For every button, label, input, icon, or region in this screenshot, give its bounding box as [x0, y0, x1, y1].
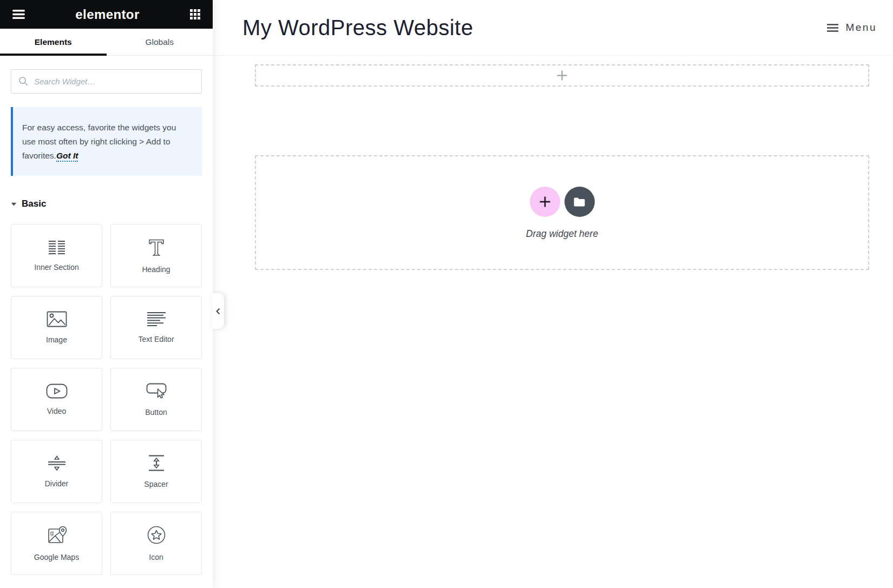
- widget-label: Button: [145, 408, 167, 417]
- spacer-icon: [148, 454, 165, 472]
- divider-icon: [48, 455, 66, 471]
- hamburger-icon: [12, 10, 25, 19]
- widget-card-text-editor[interactable]: Text Editor: [110, 296, 202, 359]
- tab-globals[interactable]: Globals: [107, 29, 213, 55]
- video-icon: [46, 384, 68, 399]
- widget-card-button[interactable]: Button: [110, 368, 202, 431]
- chevron-down-icon: [11, 202, 17, 206]
- widget-grid: Inner Section Heading Image: [11, 224, 202, 575]
- site-menu-button[interactable]: Menu: [827, 22, 877, 34]
- site-header: My WordPress Website Menu: [213, 0, 893, 56]
- site-title: My WordPress Website: [242, 16, 473, 40]
- panel-menu-button[interactable]: [10, 8, 27, 21]
- section-actions: [530, 187, 595, 217]
- elementor-logo: elementor: [75, 7, 139, 22]
- got-it-link[interactable]: Got It: [56, 151, 78, 162]
- favorites-notice: For easy access, favorite the widgets yo…: [11, 107, 202, 176]
- image-icon: [47, 311, 67, 327]
- category-basic-title: Basic: [22, 199, 46, 209]
- widget-card-divider[interactable]: Divider: [11, 440, 102, 503]
- widget-label: Video: [47, 407, 67, 415]
- widget-card-inner-section[interactable]: Inner Section: [11, 224, 102, 287]
- tab-elements[interactable]: Elements: [0, 29, 107, 55]
- widget-label: Heading: [142, 265, 170, 274]
- apps-grid-button[interactable]: [188, 7, 202, 22]
- favorites-notice-text: For easy access, favorite the widgets yo…: [22, 123, 176, 160]
- inner-section-icon: [47, 240, 67, 255]
- search-icon: [18, 76, 28, 86]
- panel-collapse-handle[interactable]: [212, 293, 224, 329]
- icon-icon: [147, 525, 166, 545]
- panel-tabs: Elements Globals: [0, 29, 213, 56]
- widget-search: [11, 69, 202, 94]
- widget-label: Text Editor: [138, 335, 174, 343]
- widget-label: Google Maps: [34, 553, 79, 561]
- widget-card-icon[interactable]: Icon: [110, 512, 202, 575]
- editor-canvas: My WordPress Website Menu: [213, 0, 893, 588]
- widget-card-heading[interactable]: Heading: [110, 224, 202, 287]
- category-basic-header[interactable]: Basic: [11, 199, 202, 209]
- widget-label: Inner Section: [34, 263, 79, 272]
- widget-label: Image: [46, 335, 67, 344]
- svg-text:g: g: [50, 530, 54, 537]
- drag-widget-text: Drag widget here: [526, 228, 598, 240]
- add-section-area[interactable]: [255, 64, 869, 87]
- heading-icon: [148, 238, 165, 257]
- widget-label: Spacer: [144, 480, 168, 488]
- widget-card-spacer[interactable]: Spacer: [110, 440, 202, 503]
- google-maps-icon: g: [47, 525, 67, 545]
- plus-icon: [539, 196, 551, 208]
- button-icon: [146, 383, 167, 400]
- apps-grid-icon: [190, 9, 200, 19]
- search-input[interactable]: [11, 69, 202, 94]
- chevron-left-icon: [216, 308, 220, 315]
- menu-hamburger-icon: [827, 24, 838, 32]
- plus-icon: [556, 70, 568, 81]
- site-menu-label: Menu: [845, 22, 877, 34]
- widget-card-google-maps[interactable]: g Google Maps: [11, 512, 102, 575]
- widget-label: Divider: [45, 479, 69, 488]
- widget-label: Icon: [149, 553, 163, 561]
- add-section-button[interactable]: [530, 187, 560, 217]
- widget-card-image[interactable]: Image: [11, 296, 102, 359]
- elementor-editor: elementor Elements Globals: [0, 0, 893, 588]
- folder-icon: [573, 197, 586, 207]
- panel-header: elementor: [0, 0, 213, 29]
- template-library-button[interactable]: [564, 187, 595, 217]
- text-editor-icon: [147, 312, 166, 327]
- empty-section-drop-area[interactable]: Drag widget here: [255, 155, 869, 270]
- widget-card-video[interactable]: Video: [11, 368, 102, 431]
- widgets-panel: elementor Elements Globals: [0, 0, 213, 588]
